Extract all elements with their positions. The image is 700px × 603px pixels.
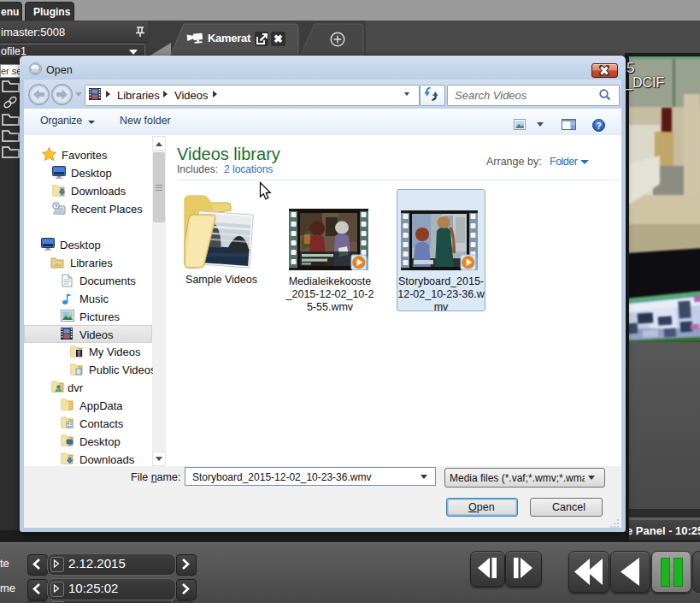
svg-text:?: ? (596, 121, 601, 131)
